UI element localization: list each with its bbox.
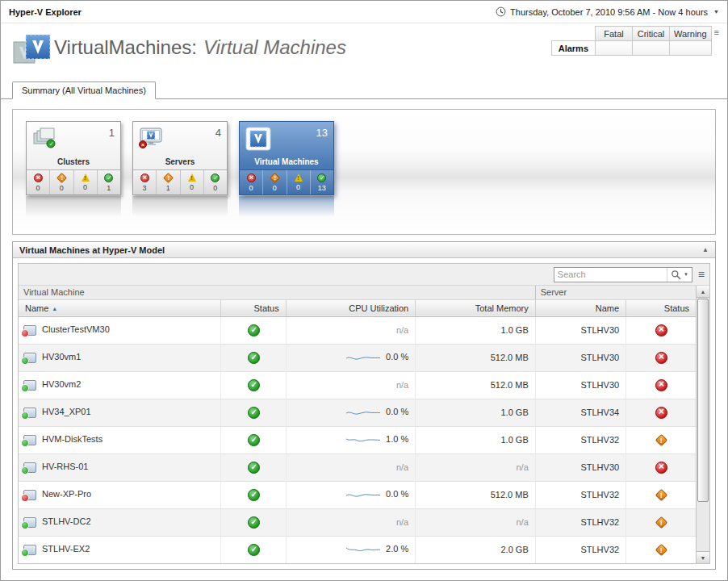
- tile-servers-top: × 4: [133, 122, 227, 157]
- search-button[interactable]: ▼: [667, 270, 692, 280]
- total-memory-cell: 512.0 MB: [416, 481, 536, 508]
- table-row[interactable]: HV-RHS-01 n/a n/a STLHV30: [19, 454, 696, 481]
- cpu-utilization-cell: 0.0 %: [286, 344, 416, 371]
- total-memory-cell: 512.0 MB: [416, 371, 536, 399]
- table-customizer-icon[interactable]: ≡: [698, 269, 705, 280]
- critical-count: 0: [273, 184, 277, 192]
- table-row[interactable]: HV34_XP01 0.0 % 1.0 GB STLHV34: [19, 399, 696, 426]
- scrollbar-track[interactable]: [697, 503, 709, 551]
- cpu-utilization-cell: n/a: [286, 371, 416, 399]
- fatal-icon: [247, 173, 256, 182]
- warning-icon: [188, 173, 196, 182]
- alarms-row-label: Alarms: [551, 41, 595, 56]
- vm-status-icon: [248, 434, 260, 446]
- tab-summary-all-virtual-machines[interactable]: Summary (All Virtual Machines): [12, 82, 156, 99]
- page-title: VirtualMachines:Virtual Machines: [54, 36, 346, 59]
- cpu-utilization-cell: n/a: [286, 316, 416, 344]
- virtual-machine-logo-icon: [12, 33, 52, 70]
- svg-text:✓: ✓: [48, 140, 53, 148]
- alarms-warning-value[interactable]: [670, 41, 712, 56]
- tile-reflection: [239, 196, 334, 217]
- vm-name: HV30vm1: [42, 352, 81, 362]
- server-status-icon: [655, 433, 667, 446]
- warning-count: 0: [83, 183, 87, 191]
- vm-name: STLHV-EX2: [42, 544, 90, 554]
- clusters-icon: ✓: [32, 127, 58, 149]
- column-header-total-memory[interactable]: Total Memory: [416, 299, 536, 316]
- vm-icon: [23, 462, 36, 473]
- fatal-count: 0: [249, 184, 253, 192]
- cpu-value: 0.0 %: [386, 352, 408, 362]
- tile-servers-stats: 3 1 0 0: [133, 169, 227, 194]
- table-row[interactable]: HV30vm1 0.0 % 512.0 MB STLHV30: [19, 344, 696, 371]
- server-name-cell: STLHV30: [535, 344, 625, 371]
- total-memory-cell: 2.0 GB: [416, 536, 536, 563]
- panel-collapse-icon[interactable]: ▲: [702, 246, 709, 253]
- critical-icon: [163, 173, 174, 183]
- tile-clusters-count: 1: [109, 127, 115, 139]
- cpu-value: 1.0 %: [386, 434, 408, 444]
- server-status-icon: [655, 488, 667, 501]
- server-name-cell: STLHV32: [535, 426, 625, 454]
- cpu-utilization-cell: n/a: [286, 508, 416, 536]
- table-row[interactable]: STLHV-EX2 2.0 % 2.0 GB STLHV32: [19, 536, 696, 563]
- server-name-cell: STLHV30: [535, 316, 625, 344]
- tile-clusters[interactable]: ✓ 1 Clusters 0 0 0 1: [26, 121, 121, 195]
- vm-name: ClusterTestVM30: [42, 324, 110, 334]
- vm-icon: [23, 325, 36, 336]
- vm-icon: [23, 490, 36, 500]
- scrollbar-down-button[interactable]: ▼: [697, 551, 709, 563]
- table-row[interactable]: STLHV-DC2 n/a n/a STLHV32: [19, 508, 696, 536]
- vm-status-icon: [248, 544, 260, 556]
- tile-clusters-label: Clusters: [27, 157, 120, 169]
- column-header-status[interactable]: Status: [221, 299, 286, 316]
- time-range-selector[interactable]: Thursday, October 7, 2010 9:56 AM - Now …: [496, 6, 719, 17]
- column-header-row: Name▲ Status CPU Utilization Total Memor…: [19, 299, 696, 316]
- tile-reflection: [26, 196, 121, 217]
- search-input[interactable]: [554, 270, 667, 279]
- tile-virtual-machines[interactable]: 13 Virtual Machines 0 0 0 13: [239, 121, 334, 195]
- cpu-value: n/a: [396, 462, 408, 472]
- table-row[interactable]: HV30vm2 n/a 512.0 MB STLHV30: [19, 371, 696, 399]
- tile-wrap-servers: × 4 Servers 3 1 0 0: [132, 121, 228, 217]
- panel-header: Virtual Machines at Hyper-V Model ▲: [13, 242, 715, 258]
- cpu-value: 0.0 %: [386, 407, 408, 416]
- scrollbar-thumb[interactable]: [697, 299, 709, 502]
- warning-count: 0: [190, 183, 194, 191]
- scrollbar-up-button[interactable]: ▲: [697, 286, 709, 298]
- tile-servers-count: 4: [215, 127, 221, 139]
- tile-reflection: [132, 196, 228, 217]
- tile-virtual-machines-stats: 0 0 0 13: [240, 169, 333, 194]
- column-header-name[interactable]: Name▲: [19, 299, 221, 316]
- column-header-cpu-utilization[interactable]: CPU Utilization: [286, 299, 416, 316]
- tile-servers[interactable]: × 4 Servers 3 1 0 0: [132, 121, 228, 195]
- cpu-utilization-cell: 0.0 %: [286, 399, 416, 426]
- server-name-cell: STLHV30: [535, 454, 625, 481]
- cpu-sparkline: [345, 490, 381, 500]
- fatal-icon: [34, 173, 43, 182]
- total-memory-cell: 1.0 GB: [416, 316, 536, 344]
- warning-icon: [295, 173, 303, 182]
- table-row[interactable]: ClusterTestVM30 n/a 1.0 GB STLHV30: [19, 316, 696, 344]
- warning-count: 0: [296, 183, 300, 191]
- table-row[interactable]: New-XP-Pro 0.0 % 512.0 MB STLHV32: [19, 481, 696, 508]
- cpu-utilization-cell: 0.0 %: [286, 481, 416, 508]
- vertical-scrollbar[interactable]: ▲ ▼: [696, 286, 709, 563]
- vm-icon: [23, 545, 36, 555]
- column-header-server-status[interactable]: Status: [626, 299, 696, 316]
- vm-icon: [23, 517, 36, 528]
- vm-icon: [23, 408, 36, 418]
- vm-status-icon: [248, 516, 260, 529]
- alarms-fatal-value[interactable]: [596, 41, 633, 56]
- table-wrap: Virtual Machine Server Name▲ Status CPU …: [19, 285, 709, 563]
- search-icon: [671, 270, 681, 280]
- fatal-count: 0: [36, 184, 40, 192]
- alarms-header-warning: Warning: [670, 27, 712, 41]
- alarms-menu-icon[interactable]: ≡: [714, 28, 719, 37]
- alarms-critical-value[interactable]: [633, 41, 670, 56]
- table-row[interactable]: HVM-DiskTests 1.0 % 1.0 GB STLHV32: [19, 426, 696, 454]
- normal-icon: [211, 173, 220, 182]
- virtual-machines-panel: Virtual Machines at Hyper-V Model ▲ ▼ ≡: [12, 241, 716, 570]
- server-status-icon: [655, 324, 667, 336]
- column-header-server-name[interactable]: Name: [535, 299, 625, 316]
